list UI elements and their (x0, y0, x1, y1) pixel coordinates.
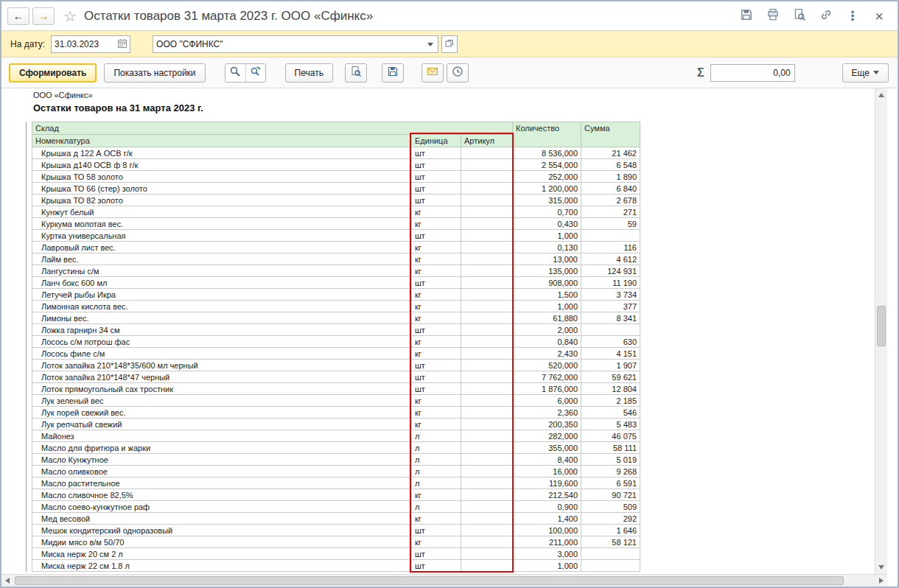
cell-name[interactable]: Миска нерж 22 см 1.8 л (32, 560, 412, 572)
cell-qty[interactable]: 7 762,000 (513, 371, 581, 383)
cell-article[interactable] (461, 477, 513, 489)
scroll-right-arrow[interactable] (879, 578, 884, 584)
table-row[interactable]: Лайм вес.кг13,0004 612 (27, 253, 640, 265)
cell-name[interactable]: Куркума молотая вес. (32, 218, 412, 230)
cell-name[interactable]: Лангустины с/м (32, 265, 412, 277)
cell-sum[interactable]: 509 (581, 501, 640, 513)
cell-name[interactable]: Лук репчатый свежий (32, 419, 412, 430)
preview-button[interactable] (345, 63, 367, 83)
cell-unit[interactable]: кг (412, 312, 461, 324)
cell-sum[interactable]: 90 721 (581, 489, 640, 501)
column-header-sum[interactable]: Сумма (581, 122, 640, 147)
cell-qty[interactable]: 6,000 (513, 395, 581, 407)
table-row[interactable]: Крышка ТО 66 (стер) золотошт1 200,0006 8… (27, 183, 640, 195)
cell-qty[interactable]: 355,000 (513, 442, 581, 454)
cell-qty[interactable]: 2,360 (513, 407, 581, 419)
cell-article[interactable] (461, 419, 513, 430)
cell-name[interactable]: Лоток прямоугольный сах тростник (32, 383, 412, 395)
cell-qty[interactable]: 1,000 (513, 560, 581, 572)
cell-sum[interactable]: 58 121 (581, 536, 640, 548)
table-row[interactable]: Крышка д140 ОСВ ф 8 г/кшт2 554,0006 548 (27, 159, 640, 171)
cell-qty[interactable]: 0,130 (513, 242, 581, 253)
cell-name[interactable]: Масло Кунжутное (32, 454, 412, 466)
cell-qty[interactable]: 8,400 (513, 454, 581, 466)
cell-sum[interactable]: 3 734 (581, 289, 640, 301)
cell-article[interactable] (461, 147, 513, 159)
cell-article[interactable] (461, 230, 513, 242)
cell-sum[interactable]: 8 341 (581, 312, 640, 324)
cell-article[interactable] (461, 407, 513, 419)
table-row[interactable]: Лук зеленый вескг6,0002 185 (27, 395, 640, 407)
cell-unit[interactable]: л (412, 442, 461, 454)
cell-name[interactable]: Крышка д 122 А ОСВ г/к (32, 147, 412, 159)
cell-unit[interactable]: шт (412, 371, 461, 383)
cell-sum[interactable] (581, 560, 640, 572)
cell-qty[interactable]: 908,000 (513, 277, 581, 289)
table-row[interactable]: Кунжут белыйкг0,700271 (27, 206, 640, 218)
cell-unit[interactable]: шт (412, 560, 461, 572)
column-header-quantity[interactable]: Количество (513, 122, 581, 147)
cell-name[interactable]: Ланч бокс 600 мл (32, 277, 412, 289)
table-row[interactable]: Масло оливковоел16,0009 268 (27, 466, 640, 477)
cell-unit[interactable]: л (412, 466, 461, 477)
cell-qty[interactable]: 0,430 (513, 218, 581, 230)
cell-unit[interactable]: л (412, 430, 461, 442)
table-row[interactable]: Лук репчатый свежийкг200,3505 483 (27, 419, 640, 430)
column-header-unit[interactable]: Единица (412, 135, 461, 147)
cell-unit[interactable]: шт (412, 277, 461, 289)
table-row[interactable]: Лимонная кислота вес.кг1,000377 (27, 301, 640, 312)
back-button[interactable]: ← (7, 7, 29, 25)
cell-qty[interactable]: 520,000 (513, 360, 581, 371)
cell-sum[interactable]: 4 151 (581, 348, 640, 360)
scroll-left-arrow[interactable] (5, 578, 10, 584)
cell-article[interactable] (461, 383, 513, 395)
cell-sum[interactable]: 12 804 (581, 383, 640, 395)
cell-article[interactable] (461, 218, 513, 230)
scroll-down-arrow[interactable] (878, 565, 884, 570)
cell-sum[interactable]: 5 019 (581, 454, 640, 466)
column-header-name[interactable]: Номенклатура (32, 135, 412, 147)
cell-sum[interactable]: 6 591 (581, 477, 640, 489)
cell-name[interactable]: Миска нерж 20 см 2 л (32, 548, 412, 560)
cell-sum[interactable]: 116 (581, 242, 640, 253)
cell-qty[interactable]: 100,000 (513, 525, 581, 536)
cell-name[interactable]: Мешок кондитерский одноразовый (32, 525, 412, 536)
cell-unit[interactable]: шт (412, 324, 461, 336)
table-row[interactable]: Крышка д 122 А ОСВ г/кшт8 536,00021 462 (27, 147, 640, 159)
cell-qty[interactable]: 1 876,000 (513, 383, 581, 395)
cell-unit[interactable]: кг (412, 289, 461, 301)
table-row[interactable]: Лавровый лист вес.кг0,130116 (27, 242, 640, 253)
cell-sum[interactable]: 1 646 (581, 525, 640, 536)
cell-article[interactable] (461, 253, 513, 265)
cell-name[interactable]: Лавровый лист вес. (32, 242, 412, 253)
cell-qty[interactable]: 1 200,000 (513, 183, 581, 195)
cell-unit[interactable]: шт (412, 230, 461, 242)
cell-sum[interactable]: 377 (581, 301, 640, 312)
cell-article[interactable] (461, 360, 513, 371)
table-row[interactable]: Масло для фритюра и жаркил355,00058 111 (27, 442, 640, 454)
cell-sum[interactable]: 2 678 (581, 195, 640, 206)
cell-unit[interactable]: шт (412, 183, 461, 195)
search-next-button[interactable] (245, 64, 265, 82)
cell-article[interactable] (461, 560, 513, 572)
more-menu-button[interactable]: ⋮ (843, 7, 862, 26)
table-row[interactable]: Куртка универсальнаяшт1,000 (27, 230, 640, 242)
cell-unit[interactable]: кг (412, 489, 461, 501)
cell-unit[interactable]: кг (412, 301, 461, 312)
cell-name[interactable]: Масло соево-кунжутное раф (32, 501, 412, 513)
table-row[interactable]: Майонезл282,00046 075 (27, 430, 640, 442)
table-row[interactable]: Летучей рыбы Икракг1,5003 734 (27, 289, 640, 301)
sum-total-input[interactable] (710, 64, 795, 82)
table-row[interactable]: Лоток запайка 210*148*35/600 мл черныйшт… (27, 360, 640, 371)
cell-unit[interactable]: кг (412, 395, 461, 407)
org-dropdown-button[interactable] (423, 36, 438, 52)
table-row[interactable]: Мидии мясо в/м 50/70кг211,00058 121 (27, 536, 640, 548)
cell-unit[interactable]: кг (412, 206, 461, 218)
cell-unit[interactable]: кг (412, 242, 461, 253)
mail-button[interactable] (421, 63, 444, 83)
table-row[interactable]: Ложка гарнирн 34 смшт2,000 (27, 324, 640, 336)
cell-unit[interactable]: шт (412, 171, 461, 183)
save-report-button[interactable] (382, 63, 404, 83)
cell-qty[interactable]: 1,500 (513, 289, 581, 301)
cell-name[interactable]: Лук зеленый вес (32, 395, 412, 407)
